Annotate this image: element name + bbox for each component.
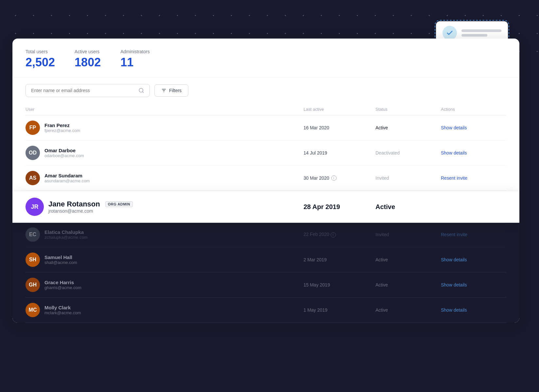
avatar: FP [26, 121, 40, 135]
filters-label: Filters [169, 88, 182, 93]
info-icon[interactable]: i [331, 175, 337, 181]
admins-label: Administrators [120, 49, 149, 54]
avatar: GH [26, 278, 40, 292]
user-info: Fran Perez fperez@acme.com [44, 122, 80, 133]
org-admin-badge: ORG ADMIN [105, 201, 133, 207]
active-users-label: Active users [75, 49, 101, 54]
users-table: User Last active Status Actions FP Fran … [12, 104, 519, 222]
table-row: OD Omar Darboe odarboe@acme.com 14 Jul 2… [26, 140, 506, 166]
user-cell: FP Fran Perez fperez@acme.com [26, 121, 304, 135]
main-card: Total users 2,502 Active users 1802 Admi… [12, 39, 519, 323]
info-icon[interactable]: i [331, 232, 336, 237]
expanded-user-name: Jane Rotanson [48, 200, 100, 208]
status-badge: Invited [375, 232, 441, 237]
status-badge: Deactivated [375, 150, 441, 155]
status-badge: Active [375, 125, 441, 130]
col-user: User [26, 107, 304, 112]
show-details-link[interactable]: Show details [441, 307, 506, 313]
total-users-label: Total users [26, 49, 55, 54]
show-details-link[interactable]: Show details [441, 125, 506, 130]
filters-button[interactable]: Filters [154, 84, 188, 97]
user-cell: EC Elatica Chalupka zchalupka@acme.com [26, 227, 304, 242]
expanded-row-container: JR Jane Rotanson ORG ADMIN jrotanson@acm… [26, 191, 506, 222]
dark-section: EC Elatica Chalupka zchalupka@acme.com 2… [12, 222, 519, 323]
resent-invite-link[interactable]: Resent invite [441, 232, 506, 237]
stat-total-users: Total users 2,502 [26, 49, 55, 69]
search-filter-row: Filters [12, 77, 519, 104]
user-email: odarboe@acme.com [44, 153, 84, 158]
avatar: AS [26, 171, 40, 185]
status-badge: Active [375, 257, 441, 262]
col-status: Status [375, 107, 441, 112]
expanded-avatar: JR [26, 198, 44, 216]
notif-check-icon-1 [443, 26, 457, 40]
user-info: Elatica Chalupka zchalupka@acme.com [44, 229, 88, 240]
user-email: gharris@acme.com [44, 285, 81, 290]
show-details-link[interactable]: Show details [441, 282, 506, 287]
expanded-user-cell: JR Jane Rotanson ORG ADMIN jrotanson@acm… [26, 198, 304, 216]
user-email: mclark@acme.com [44, 310, 81, 315]
last-active: 2 Mar 2019 [304, 257, 375, 262]
last-active: 14 Jul 2019 [304, 150, 375, 155]
table-row: AS Amar Sundaram asundaram@acme.com 30 M… [26, 166, 506, 191]
user-name: Omar Darboe [44, 148, 84, 153]
col-actions: Actions [441, 107, 506, 112]
stat-admins: Administrators 11 [120, 49, 149, 69]
user-name: Molly Clark [44, 305, 81, 310]
user-name: Fran Perez [44, 122, 80, 128]
dark-table-row: EC Elatica Chalupka zchalupka@acme.com 2… [26, 222, 506, 247]
user-email: zchalupka@acme.com [44, 235, 88, 240]
user-name: Grace Harris [44, 280, 81, 285]
last-active: 15 May 2019 [304, 282, 375, 287]
user-name: Elatica Chalupka [44, 229, 88, 235]
avatar: EC [26, 227, 40, 242]
expanded-last-active: 28 Apr 2019 [304, 203, 375, 211]
last-active: 30 Mar 2020 i [304, 175, 375, 181]
stats-row: Total users 2,502 Active users 1802 Admi… [12, 39, 519, 77]
user-email: fperez@acme.com [44, 128, 80, 133]
user-info: Molly Clark mclark@acme.com [44, 305, 81, 315]
expanded-user-row: JR Jane Rotanson ORG ADMIN jrotanson@acm… [26, 191, 506, 222]
expanded-status-badge: Active [375, 203, 441, 211]
user-info: Samuel Hall shall@acme.com [44, 254, 77, 265]
total-users-value: 2,502 [26, 56, 55, 69]
last-active: 1 May 2019 [304, 307, 375, 313]
dark-table-row: SH Samuel Hall shall@acme.com 2 Mar 2019… [26, 247, 506, 272]
user-info: Grace Harris gharris@acme.com [44, 280, 81, 290]
search-input[interactable] [31, 88, 135, 93]
user-info: Amar Sundaram asundaram@acme.com [44, 173, 90, 183]
user-cell: AS Amar Sundaram asundaram@acme.com [26, 171, 304, 185]
notif-line [461, 29, 501, 32]
avatar: SH [26, 253, 40, 267]
active-users-value: 1802 [75, 56, 101, 69]
user-name: Amar Sundaram [44, 173, 90, 178]
notif-line [461, 34, 487, 37]
user-cell: SH Samuel Hall shall@acme.com [26, 253, 304, 267]
stat-active-users: Active users 1802 [75, 49, 101, 69]
user-name: Samuel Hall [44, 254, 77, 260]
avatar: MC [26, 303, 40, 317]
expanded-user-email: jrotanson@acme.com [48, 208, 133, 214]
admins-value: 11 [120, 56, 149, 69]
search-box[interactable] [26, 84, 150, 97]
show-details-link[interactable]: Show details [441, 257, 506, 262]
filter-icon [161, 88, 166, 93]
status-badge: Active [375, 282, 441, 287]
dark-table-row: GH Grace Harris gharris@acme.com 15 May … [26, 272, 506, 298]
status-badge: Active [375, 307, 441, 313]
show-details-link[interactable]: Show details [441, 150, 506, 155]
search-icon [138, 88, 144, 93]
user-cell: OD Omar Darboe odarboe@acme.com [26, 146, 304, 160]
user-email: asundaram@acme.com [44, 178, 90, 183]
expanded-user-info: Jane Rotanson ORG ADMIN jrotanson@acme.c… [48, 200, 133, 214]
table-row: FP Fran Perez fperez@acme.com 16 Mar 202… [26, 115, 506, 140]
resent-invite-link[interactable]: Resent invite [441, 175, 506, 181]
avatar: OD [26, 146, 40, 160]
user-email: shall@acme.com [44, 260, 77, 265]
last-active: 16 Mar 2020 [304, 125, 375, 130]
table-header: User Last active Status Actions [26, 104, 506, 115]
col-last-active: Last active [304, 107, 375, 112]
svg-line-1 [142, 91, 143, 92]
user-cell: GH Grace Harris gharris@acme.com [26, 278, 304, 292]
status-badge: Invited [375, 175, 441, 181]
